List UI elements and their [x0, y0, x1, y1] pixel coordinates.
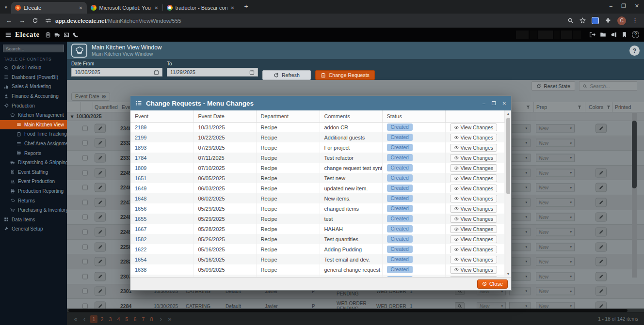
row-checkbox[interactable]: [82, 140, 88, 146]
row-prep-select[interactable]: New▾: [536, 272, 575, 280]
row-checkbox[interactable]: [82, 155, 88, 160]
view-changes-button[interactable]: View Changes: [450, 154, 498, 162]
sidebar-item-food-time-tracking-p[interactable]: Food Time Tracking P...: [0, 129, 67, 139]
filter-funnel-icon[interactable]: [577, 105, 582, 109]
view-changes-button[interactable]: View Changes: [450, 124, 498, 131]
modal-col-status[interactable]: Status: [382, 110, 445, 122]
filter-funnel-icon[interactable]: [606, 105, 611, 109]
row-colors-edit-button[interactable]: [596, 168, 607, 177]
row-prep-select[interactable]: New▾: [536, 154, 575, 162]
column-header-colors[interactable]: Colors: [589, 104, 603, 110]
window-restore-button[interactable]: ❐: [621, 3, 626, 9]
scroll-thumb[interactable]: [506, 118, 510, 194]
site-settings-icon[interactable]: [45, 17, 51, 24]
window-close-button[interactable]: ✕: [635, 3, 639, 9]
grid-vertical-scrollbar[interactable]: [632, 113, 637, 278]
row-dropdown-stub[interactable]: ▾: [509, 198, 531, 206]
row-prep-select[interactable]: New▾: [536, 213, 575, 221]
bookmark-icon[interactable]: [621, 31, 628, 38]
reload-icon[interactable]: [32, 17, 38, 24]
row-edit-button[interactable]: [95, 213, 106, 222]
clipboard-icon[interactable]: [45, 32, 51, 38]
date-from-input[interactable]: 10/30/2025: [71, 68, 162, 77]
row-edit-button[interactable]: [95, 139, 106, 148]
row-colors-edit-button[interactable]: [596, 287, 607, 296]
row-prep-select[interactable]: New▾: [536, 169, 575, 177]
tab-search-chevron-icon[interactable]: ▾: [5, 5, 7, 10]
tab-close-icon[interactable]: ✕: [154, 5, 158, 11]
modal-scrollbar[interactable]: ▲ ▼: [505, 110, 511, 277]
modal-close-icon[interactable]: ✕: [502, 101, 506, 106]
change-request-row[interactable]: 163805/09/2025Recipegeneral change reque…: [130, 264, 505, 275]
modal-col-event-date[interactable]: Event Date: [193, 110, 256, 122]
row-edit-button[interactable]: [95, 168, 106, 177]
extensions-puzzle-icon[interactable]: [605, 17, 612, 24]
row-dropdown-stub[interactable]: ▾: [509, 258, 531, 266]
sidebar-item-finance-accounting[interactable]: Finance & Accounting: [0, 92, 67, 101]
change-request-row[interactable]: 162205/16/2025RecipeAdding PuddingCreate…: [130, 244, 505, 254]
row-dropdown-stub[interactable]: ▾: [509, 184, 531, 192]
change-request-row[interactable]: 164806/02/2025RecipeNew items.CreatedVie…: [130, 193, 505, 203]
row-prep-select[interactable]: New▾: [536, 139, 575, 147]
help-icon[interactable]: ?: [632, 31, 639, 38]
change-request-row[interactable]: 166705/28/2025RecipeHAHAHCreatedView Cha…: [130, 224, 505, 234]
row-checkbox[interactable]: [82, 200, 88, 205]
megaphone-icon[interactable]: [611, 31, 617, 38]
sidebar-item-purchasing-inventory[interactable]: Purchasing & Inventory: [0, 205, 67, 215]
zoom-icon[interactable]: [567, 17, 574, 24]
page-help-button[interactable]: ?: [629, 46, 640, 56]
row-colors-edit-button[interactable]: [596, 242, 607, 251]
row-colors-edit-button[interactable]: [596, 198, 607, 207]
row-dropdown-stub[interactable]: ▾: [509, 139, 531, 147]
frame-icon[interactable]: [64, 32, 69, 38]
row-checkbox[interactable]: [82, 289, 88, 294]
row-checkbox[interactable]: [82, 185, 88, 190]
row-dropdown-stub[interactable]: ▾: [509, 287, 531, 295]
pager-page-8[interactable]: 8: [148, 315, 155, 323]
calendar-icon[interactable]: [249, 70, 255, 75]
view-changes-button[interactable]: View Changes: [450, 205, 498, 213]
row-colors-edit-button[interactable]: [596, 124, 607, 133]
view-changes-button[interactable]: View Changes: [450, 215, 498, 223]
sidebar-search-input[interactable]: [3, 45, 64, 52]
calendar-icon[interactable]: [154, 70, 159, 75]
row-prep-select[interactable]: New▾: [536, 243, 575, 251]
browser-profile-avatar[interactable]: C: [617, 16, 626, 25]
row-colors-edit-button[interactable]: [596, 213, 607, 222]
change-request-row[interactable]: 164906/03/2025Recipeupdated new item.Cre…: [130, 183, 505, 193]
view-changes-button[interactable]: View Changes: [450, 185, 498, 192]
pager-first-button[interactable]: «: [73, 316, 79, 323]
pager-last-button[interactable]: »: [167, 316, 173, 323]
view-changes-button[interactable]: View Changes: [450, 225, 498, 233]
filter-funnel-icon[interactable]: [526, 105, 531, 109]
view-changes-button[interactable]: View Changes: [450, 195, 498, 202]
sidebar-item-sales-marketing[interactable]: Sales & Marketing: [0, 82, 67, 92]
change-request-row[interactable]: 180907/10/2025Recipechange request test …: [130, 163, 505, 173]
pager-page-1[interactable]: 1: [90, 315, 97, 323]
modal-minimize-button[interactable]: –: [483, 101, 485, 106]
sidebar-item-main-kitchen-view[interactable]: Main Kitchen View: [0, 120, 67, 130]
row-checkbox[interactable]: [82, 274, 88, 279]
reset-state-button[interactable]: Reset State: [531, 81, 575, 91]
browser-menu-icon[interactable]: ⋮: [632, 17, 638, 24]
grid-search-input[interactable]: [590, 83, 633, 89]
sidebar-item-data-items[interactable]: Data Items: [0, 215, 67, 225]
sidebar-item-reports[interactable]: Reports: [0, 148, 67, 158]
forward-icon[interactable]: →: [19, 17, 25, 24]
folder-icon[interactable]: [600, 31, 606, 38]
change-request-row[interactable]: 158205/26/2025RecipeTest quantitiesCreat…: [130, 234, 505, 244]
pager-page-2[interactable]: 2: [98, 315, 106, 323]
column-header-printed[interactable]: Printed: [615, 104, 631, 110]
change-request-row[interactable]: 165605/29/2025Recipechanged itemsCreated…: [130, 203, 505, 214]
pager-page-3[interactable]: 3: [107, 315, 114, 323]
row-checkbox[interactable]: [82, 259, 88, 264]
chip-remove-icon[interactable]: ⊗: [101, 93, 106, 100]
phone-icon[interactable]: [73, 32, 79, 38]
sidebar-item-production[interactable]: Production: [0, 101, 67, 110]
view-changes-button[interactable]: View Changes: [450, 256, 498, 263]
change-request-row[interactable]: 165505/29/2025RecipetestCreatedView Chan…: [130, 214, 505, 224]
row-checkbox[interactable]: [82, 229, 88, 234]
refresh-button[interactable]: Refresh: [262, 70, 311, 80]
sidebar-item-quick-lookup[interactable]: Quick Lookup: [0, 63, 67, 73]
extension-icon[interactable]: [592, 17, 599, 24]
